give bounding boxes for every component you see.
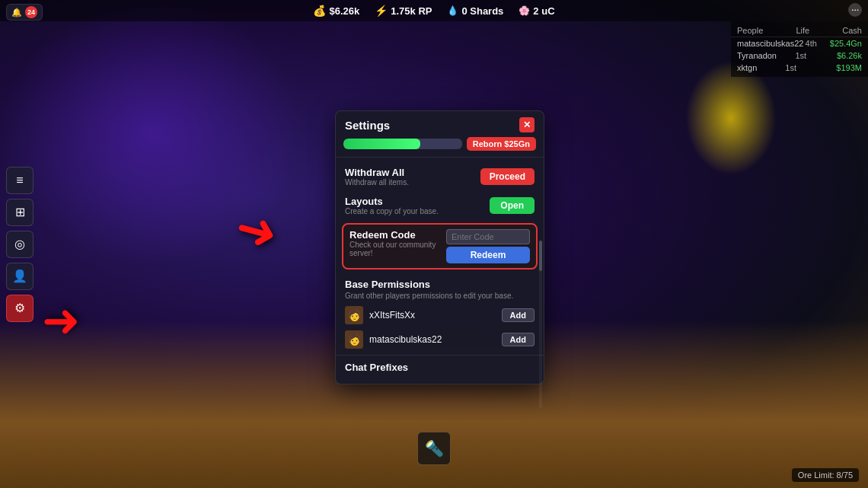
bottom-hotbar: 🔦 [417,432,451,465]
lb-player-rank: 4th [806,39,828,48]
reborn-bar-row: Reborn $25Gn [336,137,544,157]
top-menu-button[interactable]: ⋯ [848,3,862,17]
player-avatar-1: 🧑 [345,306,363,324]
reborn-button[interactable]: Reborn $25Gn [467,137,536,151]
menu-icon: ≡ [16,174,23,187]
ore-limit-display: Ore Limit: 8/75 [792,468,859,482]
redeem-top: Redeem Code Check out our community serv… [349,229,530,263]
purple-glow [0,0,305,266]
add-player-2-button[interactable]: Add [502,333,535,346]
redeem-code-section: Redeem Code Check out our community serv… [342,223,538,270]
lb-player-cash: $25.4Gn [830,39,862,48]
notification-badge: 24 [25,6,37,18]
notifications-button[interactable]: 🔔 24 [6,4,43,21]
yellow-glow [685,61,777,175]
settings-modal: Settings ✕ Reborn $25Gn Withdraw All Wit… [335,110,544,384]
rp-display: ⚡ 1.75k RP [375,5,432,17]
add-player-1-button[interactable]: Add [502,308,535,322]
permission-row-2: 🧑 matascibulskas22 Add [336,327,544,352]
hotbar-item-flashlight[interactable]: 🔦 [417,432,451,465]
layouts-label: Layouts Create a copy of your base. [345,196,439,215]
lb-player-rank: 1st [785,63,808,72]
lb-col-life: Life [796,26,809,35]
money-display: 💰 $6.26k [313,5,359,17]
player-avatar-2: 🧑 [345,330,363,349]
progress-bar-background [343,139,462,149]
withdraw-label: Withdraw All Withdraw all items. [345,167,409,187]
shards-display: 💧 0 Shards [447,5,503,17]
leaderboard-row: xktgn 1st $193M [731,62,868,74]
permission-row-1: 🧑 xXItsFitsXx Add [336,303,544,327]
sidebar-menu-button[interactable]: ≡ [6,167,34,194]
leaderboard-row: Tyranadon 1st $6.26k [731,49,868,62]
shards-icon: 💧 [447,5,458,16]
top-hud: 🔔 24 💰 $6.26k ⚡ 1.75k RP 💧 0 Shards 🌸 2 … [0,0,868,21]
lb-player-name: Tyranadon [737,51,777,60]
modal-divider [336,157,544,158]
rp-icon: ⚡ [375,5,388,17]
player-name-2: matascibulskas22 [369,334,496,345]
lb-player-name: xktgn [737,63,757,72]
sidebar-person-button[interactable]: 👤 [6,263,34,290]
modal-header: Settings ✕ [336,111,544,137]
shards-value: 0 Shards [461,5,503,17]
player-name-1: xXItsFitsXx [369,310,496,321]
sidebar-circle-button[interactable]: ◎ [6,231,34,258]
uc-display: 🌸 2 uC [519,5,554,17]
lb-col-people: People [737,26,763,35]
lb-player-rank: 1st [795,51,818,60]
left-sidebar: ≡ ⊞ ◎ 👤 ⚙ [6,167,34,322]
modal-close-button[interactable]: ✕ [519,117,535,132]
redeem-label-area: Redeem Code Check out our community serv… [349,229,440,257]
lb-player-cash: $193M [836,63,862,72]
lb-player-name: matascibulskas22 [737,39,803,48]
redeem-title: Redeem Code [349,229,440,241]
redeem-code-input[interactable] [446,229,530,244]
flashlight-icon: 🔦 [425,439,444,458]
scrollbar-thumb[interactable] [539,241,542,271]
permissions-title: Base Permissions [336,273,544,292]
uc-icon: 🌸 [519,5,530,16]
withdraw-subtitle: Withdraw all items. [345,178,409,187]
chat-prefix-title: Chat Prefixes [336,355,544,375]
scrollbar-track [539,241,542,408]
grid-icon: ⊞ [15,205,25,219]
bell-icon: 🔔 [11,8,22,18]
lb-col-cash: Cash [842,26,862,35]
layouts-subtitle: Create a copy of your base. [345,207,439,215]
modal-title: Settings [345,119,390,132]
withdraw-proceed-button[interactable]: Proceed [480,168,535,185]
redeem-button[interactable]: Redeem [446,247,530,263]
progress-bar-fill [343,139,420,149]
permissions-subtitle: Grant other players permissions to edit … [336,292,544,303]
person-icon: 👤 [12,269,27,283]
leaderboard-header: People Life Cash [731,24,868,37]
leaderboard-row: matascibulskas22 4th $25.4Gn [731,37,868,49]
layouts-open-button[interactable]: Open [490,197,535,214]
rp-value: 1.75k RP [391,5,432,17]
layouts-row: Layouts Create a copy of your base. Open [336,191,544,220]
sidebar-grid-button[interactable]: ⊞ [6,199,34,226]
leaderboard-panel: People Life Cash matascibulskas22 4th $2… [731,21,868,77]
withdraw-row: Withdraw All Withdraw all items. Proceed [336,162,544,191]
lb-player-cash: $6.26k [837,51,862,60]
uc-value: 2 uC [533,5,554,17]
redeem-subtitle: Check out our community server! [349,241,440,257]
sidebar-settings-button[interactable]: ⚙ [6,295,34,322]
money-icon: 💰 [313,5,326,17]
gear-icon: ⚙ [14,301,25,315]
redeem-input-area: Redeem [446,229,530,263]
money-value: $6.26k [329,5,359,17]
withdraw-title: Withdraw All [345,167,409,178]
layouts-title: Layouts [345,196,439,207]
circle-icon: ◎ [14,237,25,251]
